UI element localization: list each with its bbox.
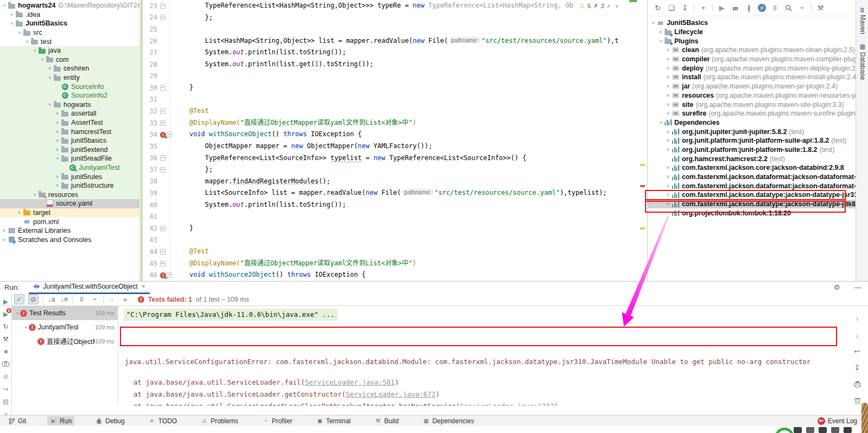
editor-line[interactable]: 38 mapper.findAndRegisterModules();: [140, 176, 647, 188]
collapse-all-icon[interactable]: ÷: [797, 3, 807, 12]
project-tree-item[interactable]: source.yaml: [0, 199, 139, 208]
project-tree-item[interactable]: >target: [0, 208, 139, 218]
show-passed-icon[interactable]: ✓: [14, 294, 24, 304]
maven-tree-item[interactable]: >mjar(org.apache.maven.plugins:maven-jar…: [648, 82, 856, 91]
maven-tree-item[interactable]: >com.fasterxml.jackson.core:jackson-data…: [648, 163, 856, 173]
add-maven-project-icon[interactable]: +: [699, 3, 708, 12]
chevron-right-icon[interactable]: >: [665, 74, 671, 80]
chevron-down-icon[interactable]: >: [23, 324, 29, 330]
maven-tree-item[interactable]: >mclean(org.apache.maven.plugins:maven-c…: [648, 46, 856, 55]
chevron-right-icon[interactable]: >: [54, 147, 60, 152]
editor-line[interactable]: 44 @Test: [140, 246, 647, 258]
chevron-right-icon[interactable]: >: [54, 129, 60, 135]
soft-wrap-icon[interactable]: ↩: [853, 347, 862, 356]
project-tree-item[interactable]: >junit5extend: [0, 145, 139, 155]
chevron-right-icon[interactable]: >: [54, 183, 60, 188]
chevron-down-icon[interactable]: >: [55, 156, 60, 162]
chevron-right-icon[interactable]: >: [1, 228, 7, 233]
chevron-right-icon[interactable]: >: [54, 174, 60, 180]
chevron-right-icon[interactable]: >: [665, 174, 671, 180]
maven-tree-item[interactable]: >Plugins: [648, 36, 856, 46]
project-tree-item[interactable]: CSourceInfo: [0, 82, 139, 91]
tool-window-button-dependencies[interactable]: ▦Dependencies: [420, 416, 477, 425]
more-options-icon[interactable]: »: [120, 295, 130, 304]
tool-window-button-run[interactable]: ▶Run: [47, 416, 74, 425]
tool-window-button-git[interactable]: Git: [5, 416, 29, 425]
chevron-down-icon[interactable]: >: [32, 48, 37, 54]
print-icon[interactable]: [853, 379, 862, 389]
maven-tree-item[interactable]: org.projectlombok:lombok:1.18.20: [648, 208, 856, 218]
expand-all-icon[interactable]: ⇳: [77, 295, 86, 304]
stack-trace-link[interactable]: ServiceLoader.java:1232: [460, 402, 554, 406]
project-tree-item[interactable]: >junit5rules: [0, 172, 139, 181]
editor-line[interactable]: 43: [140, 234, 647, 246]
maven-settings-icon[interactable]: ⚒: [816, 3, 825, 12]
maven-tree-item[interactable]: >minstall(org.apache.maven.plugins:maven…: [648, 73, 856, 82]
toggle-skip-tests-icon[interactable]: ∦: [744, 3, 754, 12]
chevron-down-icon[interactable]: >: [15, 310, 20, 316]
maven-tree-item[interactable]: >msite(org.apache.maven.plugins:maven-si…: [648, 100, 856, 109]
ime-button[interactable]: [819, 427, 827, 433]
fold-icon[interactable]: [160, 167, 165, 173]
debug-icon[interactable]: [95, 417, 103, 424]
chevron-down-icon[interactable]: >: [47, 101, 53, 107]
sort-alphabetically-icon[interactable]: ↓a: [47, 295, 56, 304]
layout-settings-icon[interactable]: ▤: [2, 397, 10, 405]
chevron-right-icon[interactable]: >: [665, 201, 671, 207]
fold-icon[interactable]: [160, 155, 165, 161]
editor-line[interactable]: 30 }: [140, 82, 647, 94]
project-tree-item[interactable]: >hamcrestTest: [0, 127, 139, 136]
mute-icon[interactable]: ⊘: [2, 372, 10, 380]
download-sources-icon[interactable]: ↧: [680, 3, 690, 12]
scroll-to-end-icon[interactable]: ↧: [853, 363, 862, 372]
tool-window-button-todo[interactable]: ≡TODO: [146, 416, 180, 425]
maven-tree-item[interactable]: >Lifecycle: [648, 28, 856, 37]
rerun-failed-tests-icon[interactable]: ▶9: [2, 310, 10, 318]
project-tree-item[interactable]: >assertall: [0, 109, 139, 118]
test-tree-item[interactable]: >!Test Results109 ms: [12, 306, 118, 320]
close-icon[interactable]: ×: [142, 283, 145, 290]
test-tree-item[interactable]: >!JunityamlTest109 ms: [12, 320, 118, 334]
event-log-button[interactable]: 9+ Event Log: [818, 417, 857, 425]
chevron-right-icon[interactable]: >: [54, 111, 60, 116]
chevron-right-icon[interactable]: >: [665, 183, 671, 189]
editor-line[interactable]: 25: [140, 23, 647, 35]
tool-window-button-build[interactable]: ⚒Build: [372, 416, 401, 425]
test-failed-run-icon[interactable]: !: [160, 132, 166, 138]
project-tree-item[interactable]: >Junit5Basics: [0, 19, 139, 28]
tool-window-button-profiler[interactable]: ◔Profiler: [259, 416, 295, 425]
editor-line[interactable]: 28 System.out.println(list.get(1).toStri…: [140, 59, 647, 71]
ime-button[interactable]: [844, 427, 852, 433]
dump-threads-icon[interactable]: [2, 360, 10, 368]
exit-icon[interactable]: ↪: [2, 385, 10, 393]
chevron-right-icon[interactable]: >: [665, 102, 671, 107]
editor-line[interactable]: 34! void withSourceObject() throws IOExc…: [140, 129, 647, 141]
fold-icon[interactable]: [160, 261, 165, 266]
project-tree-item[interactable]: >junit5structure: [0, 181, 139, 190]
maven-tree-item[interactable]: >com.fasterxml.jackson.dataformat:jackso…: [648, 173, 856, 182]
clear-all-icon[interactable]: [853, 396, 862, 405]
fold-icon[interactable]: [160, 15, 165, 20]
project-tree-item[interactable]: >AssertTest: [0, 118, 139, 128]
maven-tree-item[interactable]: >com.fasterxml.jackson.dataformat:jackso…: [648, 181, 856, 190]
fold-icon[interactable]: [160, 249, 165, 254]
toggle-offline-mode-icon[interactable]: ⚡: [758, 4, 766, 12]
project-tree-item[interactable]: CJunityamlTest: [0, 163, 139, 173]
chevron-right-icon[interactable]: >: [665, 138, 671, 143]
chevron-right-icon[interactable]: >: [665, 165, 671, 170]
chevron-down-icon[interactable]: >: [24, 39, 30, 44]
tool-window-button-debug[interactable]: Debug: [93, 416, 127, 425]
chevron-down-icon[interactable]: >: [2, 3, 7, 9]
project-tree-item[interactable]: >hogwarts: [0, 100, 139, 110]
editor-line[interactable]: 35 ObjectMapper mapper = new ObjectMappe…: [140, 141, 647, 152]
chevron-down-icon[interactable]: >: [40, 56, 45, 62]
chevron-right-icon[interactable]: >: [47, 66, 53, 71]
chevron-right-icon[interactable]: >: [9, 12, 15, 17]
fold-icon[interactable]: [160, 85, 165, 91]
up-icon[interactable]: ↑: [853, 314, 862, 323]
chevron-right-icon[interactable]: >: [665, 147, 671, 152]
ime-button[interactable]: [794, 427, 802, 433]
rerun-icon[interactable]: ▶: [2, 297, 10, 305]
project-tree-item[interactable]: >resources: [0, 190, 139, 199]
chevron-down-icon[interactable]: >: [17, 30, 22, 36]
